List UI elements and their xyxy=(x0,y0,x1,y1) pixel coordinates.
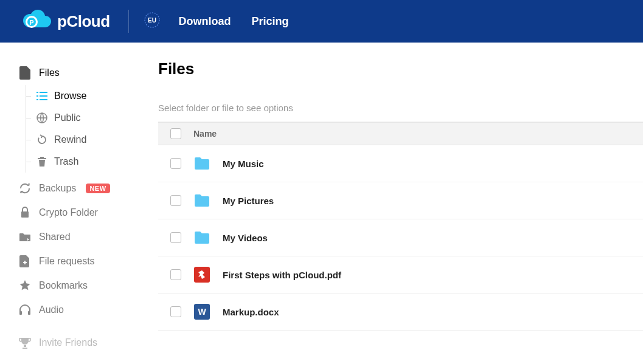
file-name: My Videos xyxy=(223,233,268,243)
eu-badge-icon: EU xyxy=(144,12,161,31)
file-name: My Music xyxy=(223,159,264,169)
sidebar-item-public[interactable]: Public xyxy=(26,107,152,129)
sidebar-item-file-requests[interactable]: File requests xyxy=(18,249,152,273)
folder-icon xyxy=(193,229,210,246)
sidebar-item-label: Files xyxy=(39,67,60,78)
top-header: P pCloud EU Download Pricing xyxy=(0,0,643,43)
file-row[interactable]: My Pictures xyxy=(158,182,643,219)
svg-rect-12 xyxy=(21,211,29,218)
word-icon: W xyxy=(193,303,210,320)
rewind-icon xyxy=(36,134,48,146)
sidebar-item-trash[interactable]: Trash xyxy=(26,151,152,173)
sidebar-item-label: Backups xyxy=(39,183,76,194)
svg-rect-9 xyxy=(36,99,38,100)
row-checkbox[interactable] xyxy=(170,158,181,169)
svg-text:P: P xyxy=(29,19,33,26)
svg-rect-13 xyxy=(19,311,22,315)
star-icon xyxy=(18,279,32,292)
file-name: First Steps with pCloud.pdf xyxy=(223,270,341,280)
sidebar-item-audio[interactable]: Audio xyxy=(18,298,152,322)
trash-icon xyxy=(36,156,48,168)
sidebar-item-backups[interactable]: Backups NEW xyxy=(18,176,152,201)
svg-rect-10 xyxy=(40,99,47,100)
sidebar-item-label: File requests xyxy=(39,256,95,267)
row-checkbox[interactable] xyxy=(170,232,181,243)
file-name: My Pictures xyxy=(223,196,274,206)
files-subtree: Browse Public Rewind Trash xyxy=(26,85,152,173)
header-nav: Download Pricing xyxy=(179,15,289,28)
sidebar-item-label: Bookmarks xyxy=(39,280,88,291)
file-name: Markup.docx xyxy=(223,307,279,317)
svg-rect-6 xyxy=(40,92,47,93)
file-row[interactable]: My Videos xyxy=(158,219,643,256)
sidebar-item-shared[interactable]: Shared xyxy=(18,225,152,249)
pcloud-cloud-icon: P xyxy=(21,9,54,34)
file-plus-icon xyxy=(18,255,32,268)
lock-icon xyxy=(18,206,32,219)
sidebar-item-files[interactable]: Files xyxy=(18,61,152,85)
page-title: Files xyxy=(158,60,643,78)
file-row[interactable]: First Steps with pCloud.pdf xyxy=(158,256,643,294)
logo[interactable]: P pCloud xyxy=(21,9,110,34)
trophy-icon xyxy=(18,336,32,349)
svg-rect-7 xyxy=(36,95,38,97)
sidebar-item-label: Shared xyxy=(39,232,71,242)
pdf-icon xyxy=(193,266,210,283)
sidebar-item-label: Browse xyxy=(54,91,86,101)
list-icon xyxy=(36,90,48,102)
sidebar-item-label: Public xyxy=(54,112,81,123)
sidebar-item-label: Audio xyxy=(39,304,64,315)
sidebar: Files Browse Public Rewind xyxy=(0,43,152,364)
header-divider xyxy=(128,10,129,33)
sidebar-item-browse[interactable]: Browse xyxy=(26,85,152,107)
sidebar-item-label: Invite Friends xyxy=(39,337,97,348)
sidebar-item-label: Crypto Folder xyxy=(39,207,98,218)
headphones-icon xyxy=(18,303,32,317)
file-row[interactable]: My Music xyxy=(158,145,643,182)
column-header-name: Name xyxy=(193,129,217,139)
sidebar-item-bookmarks[interactable]: Bookmarks xyxy=(18,273,152,298)
main-content: Files Select folder or file to see optio… xyxy=(152,43,643,364)
svg-rect-14 xyxy=(28,311,30,315)
row-checkbox[interactable] xyxy=(170,195,181,206)
nav-download[interactable]: Download xyxy=(179,15,231,28)
globe-icon xyxy=(36,112,48,124)
shared-folder-icon xyxy=(18,230,32,244)
sidebar-item-label: Rewind xyxy=(54,134,86,145)
row-checkbox[interactable] xyxy=(170,269,181,280)
svg-rect-5 xyxy=(36,92,38,93)
folder-icon xyxy=(193,192,210,209)
sidebar-item-crypto[interactable]: Crypto Folder xyxy=(18,201,152,225)
file-icon xyxy=(18,66,32,80)
sidebar-item-invite[interactable]: Invite Friends xyxy=(18,331,152,355)
new-badge: NEW xyxy=(86,184,109,193)
row-checkbox[interactable] xyxy=(170,306,181,317)
sidebar-item-rewind[interactable]: Rewind xyxy=(26,129,152,151)
brand-text: pCloud xyxy=(57,12,110,31)
table-header: Name xyxy=(158,122,643,145)
folder-icon xyxy=(193,155,210,172)
file-list: My MusicMy PicturesMy VideosFirst Steps … xyxy=(158,145,643,331)
svg-rect-8 xyxy=(40,95,47,97)
sidebar-item-label: Trash xyxy=(54,156,78,167)
nav-pricing[interactable]: Pricing xyxy=(252,15,289,28)
selection-hint: Select folder or file to see options xyxy=(158,94,643,122)
refresh-icon xyxy=(18,182,32,195)
file-row[interactable]: WMarkup.docx xyxy=(158,294,643,331)
svg-text:EU: EU xyxy=(148,17,156,24)
select-all-checkbox[interactable] xyxy=(170,128,181,139)
